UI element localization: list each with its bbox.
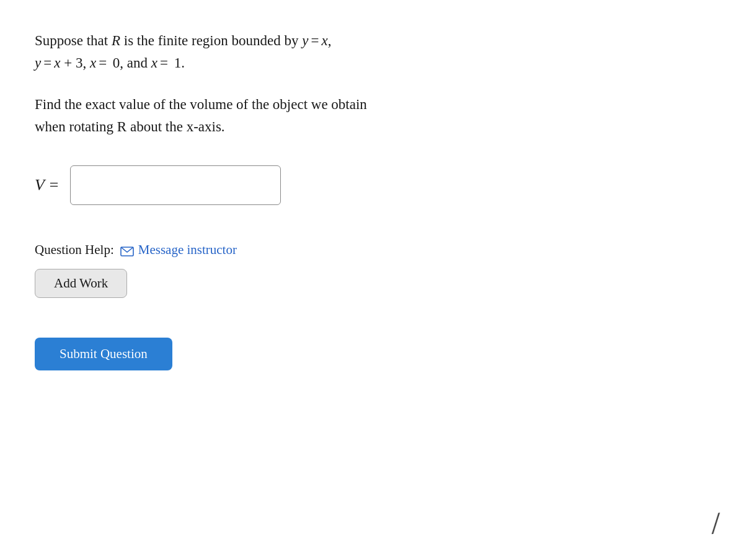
- message-instructor-link[interactable]: Message instructor: [120, 242, 237, 258]
- question-help-row: Question Help: Message instructor: [35, 242, 523, 258]
- submit-question-button[interactable]: Submit Question: [35, 338, 172, 370]
- submit-section: Submit Question: [35, 338, 523, 370]
- question-help-label: Question Help:: [35, 242, 114, 258]
- answer-row: V =: [35, 165, 523, 205]
- add-work-section: Add Work: [35, 269, 523, 318]
- problem-statement: Suppose that R is the finite region boun…: [35, 30, 523, 74]
- find-statement: Find the exact value of the volume of th…: [35, 94, 523, 138]
- find-line2: when rotating R about the x-axis.: [35, 116, 523, 138]
- add-work-button[interactable]: Add Work: [35, 269, 127, 298]
- v-label: V =: [35, 176, 59, 195]
- page-container: Suppose that R is the finite region boun…: [0, 0, 558, 395]
- envelope-icon: [120, 245, 134, 255]
- answer-input[interactable]: [70, 165, 281, 205]
- decorative-slash: /: [708, 505, 722, 540]
- statement-line1: Suppose that R is the finite region boun…: [35, 30, 523, 52]
- statement-line2: y=x + 3, x= 0, and x= 1.: [35, 52, 523, 74]
- find-line1: Find the exact value of the volume of th…: [35, 94, 523, 116]
- message-instructor-text: Message instructor: [138, 242, 237, 258]
